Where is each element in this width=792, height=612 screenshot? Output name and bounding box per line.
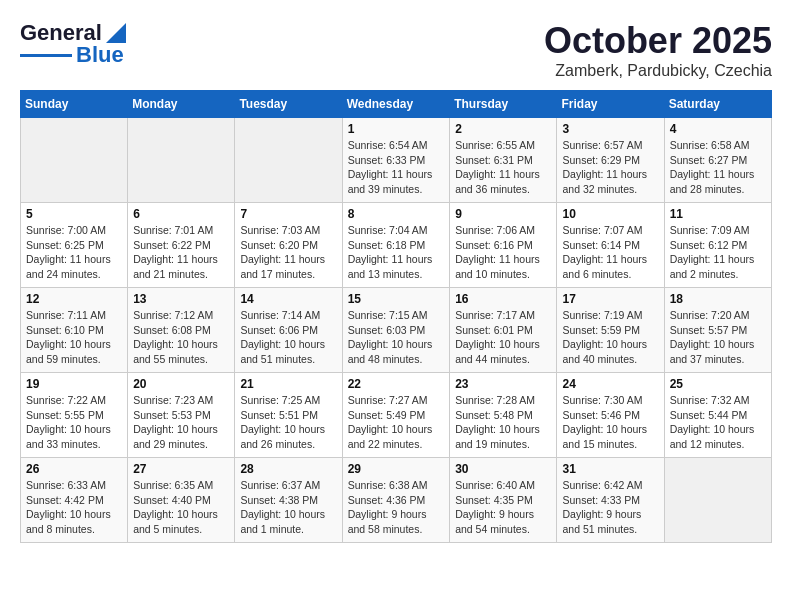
day-number: 13 — [133, 292, 229, 306]
day-info: Sunrise: 7:27 AMSunset: 5:49 PMDaylight:… — [348, 393, 445, 452]
day-info: Sunrise: 6:55 AMSunset: 6:31 PMDaylight:… — [455, 138, 551, 197]
calendar-cell: 23Sunrise: 7:28 AMSunset: 5:48 PMDayligh… — [450, 373, 557, 458]
day-info: Sunrise: 7:11 AMSunset: 6:10 PMDaylight:… — [26, 308, 122, 367]
title-block: October 2025 Zamberk, Pardubicky, Czechi… — [544, 20, 772, 80]
day-info: Sunrise: 6:38 AMSunset: 4:36 PMDaylight:… — [348, 478, 445, 537]
day-info: Sunrise: 7:01 AMSunset: 6:22 PMDaylight:… — [133, 223, 229, 282]
calendar-cell: 2Sunrise: 6:55 AMSunset: 6:31 PMDaylight… — [450, 118, 557, 203]
calendar-cell: 24Sunrise: 7:30 AMSunset: 5:46 PMDayligh… — [557, 373, 664, 458]
day-number: 22 — [348, 377, 445, 391]
day-number: 27 — [133, 462, 229, 476]
calendar-row-week1: 1Sunrise: 6:54 AMSunset: 6:33 PMDaylight… — [21, 118, 772, 203]
calendar-cell: 28Sunrise: 6:37 AMSunset: 4:38 PMDayligh… — [235, 458, 342, 543]
day-info: Sunrise: 7:07 AMSunset: 6:14 PMDaylight:… — [562, 223, 658, 282]
day-number: 29 — [348, 462, 445, 476]
header-saturday: Saturday — [664, 91, 771, 118]
day-info: Sunrise: 6:40 AMSunset: 4:35 PMDaylight:… — [455, 478, 551, 537]
calendar-cell: 21Sunrise: 7:25 AMSunset: 5:51 PMDayligh… — [235, 373, 342, 458]
calendar-cell: 15Sunrise: 7:15 AMSunset: 6:03 PMDayligh… — [342, 288, 450, 373]
calendar-cell: 4Sunrise: 6:58 AMSunset: 6:27 PMDaylight… — [664, 118, 771, 203]
calendar-cell: 9Sunrise: 7:06 AMSunset: 6:16 PMDaylight… — [450, 203, 557, 288]
calendar-table: Sunday Monday Tuesday Wednesday Thursday… — [20, 90, 772, 543]
calendar-cell: 26Sunrise: 6:33 AMSunset: 4:42 PMDayligh… — [21, 458, 128, 543]
header-friday: Friday — [557, 91, 664, 118]
calendar-cell: 8Sunrise: 7:04 AMSunset: 6:18 PMDaylight… — [342, 203, 450, 288]
header-thursday: Thursday — [450, 91, 557, 118]
calendar-cell: 3Sunrise: 6:57 AMSunset: 6:29 PMDaylight… — [557, 118, 664, 203]
day-number: 19 — [26, 377, 122, 391]
calendar-cell: 12Sunrise: 7:11 AMSunset: 6:10 PMDayligh… — [21, 288, 128, 373]
day-info: Sunrise: 7:22 AMSunset: 5:55 PMDaylight:… — [26, 393, 122, 452]
header-wednesday: Wednesday — [342, 91, 450, 118]
day-info: Sunrise: 7:06 AMSunset: 6:16 PMDaylight:… — [455, 223, 551, 282]
day-number: 24 — [562, 377, 658, 391]
day-number: 12 — [26, 292, 122, 306]
day-number: 23 — [455, 377, 551, 391]
calendar-row-week4: 19Sunrise: 7:22 AMSunset: 5:55 PMDayligh… — [21, 373, 772, 458]
day-number: 4 — [670, 122, 766, 136]
calendar-cell: 7Sunrise: 7:03 AMSunset: 6:20 PMDaylight… — [235, 203, 342, 288]
day-info: Sunrise: 7:09 AMSunset: 6:12 PMDaylight:… — [670, 223, 766, 282]
day-info: Sunrise: 7:30 AMSunset: 5:46 PMDaylight:… — [562, 393, 658, 452]
day-number: 21 — [240, 377, 336, 391]
page-title: October 2025 — [544, 20, 772, 62]
day-number: 30 — [455, 462, 551, 476]
logo-arrow-icon — [106, 23, 126, 43]
day-number: 8 — [348, 207, 445, 221]
calendar-cell: 20Sunrise: 7:23 AMSunset: 5:53 PMDayligh… — [128, 373, 235, 458]
calendar-cell: 31Sunrise: 6:42 AMSunset: 4:33 PMDayligh… — [557, 458, 664, 543]
logo-blue-text: Blue — [76, 42, 124, 68]
calendar-cell: 16Sunrise: 7:17 AMSunset: 6:01 PMDayligh… — [450, 288, 557, 373]
day-info: Sunrise: 7:17 AMSunset: 6:01 PMDaylight:… — [455, 308, 551, 367]
calendar-row-week2: 5Sunrise: 7:00 AMSunset: 6:25 PMDaylight… — [21, 203, 772, 288]
calendar-cell: 6Sunrise: 7:01 AMSunset: 6:22 PMDaylight… — [128, 203, 235, 288]
svg-marker-0 — [106, 23, 126, 43]
page-header: General Blue October 2025 Zamberk, Pardu… — [20, 20, 772, 80]
day-number: 2 — [455, 122, 551, 136]
day-number: 18 — [670, 292, 766, 306]
day-number: 6 — [133, 207, 229, 221]
calendar-cell: 1Sunrise: 6:54 AMSunset: 6:33 PMDaylight… — [342, 118, 450, 203]
day-info: Sunrise: 6:58 AMSunset: 6:27 PMDaylight:… — [670, 138, 766, 197]
calendar-cell — [664, 458, 771, 543]
calendar-cell: 5Sunrise: 7:00 AMSunset: 6:25 PMDaylight… — [21, 203, 128, 288]
calendar-cell: 29Sunrise: 6:38 AMSunset: 4:36 PMDayligh… — [342, 458, 450, 543]
day-number: 26 — [26, 462, 122, 476]
calendar-cell: 19Sunrise: 7:22 AMSunset: 5:55 PMDayligh… — [21, 373, 128, 458]
calendar-cell: 25Sunrise: 7:32 AMSunset: 5:44 PMDayligh… — [664, 373, 771, 458]
weekday-header-row: Sunday Monday Tuesday Wednesday Thursday… — [21, 91, 772, 118]
calendar-cell: 30Sunrise: 6:40 AMSunset: 4:35 PMDayligh… — [450, 458, 557, 543]
day-info: Sunrise: 6:37 AMSunset: 4:38 PMDaylight:… — [240, 478, 336, 537]
calendar-cell: 10Sunrise: 7:07 AMSunset: 6:14 PMDayligh… — [557, 203, 664, 288]
day-info: Sunrise: 7:03 AMSunset: 6:20 PMDaylight:… — [240, 223, 336, 282]
calendar-cell — [128, 118, 235, 203]
header-monday: Monday — [128, 91, 235, 118]
calendar-cell: 14Sunrise: 7:14 AMSunset: 6:06 PMDayligh… — [235, 288, 342, 373]
calendar-cell: 11Sunrise: 7:09 AMSunset: 6:12 PMDayligh… — [664, 203, 771, 288]
day-number: 7 — [240, 207, 336, 221]
day-info: Sunrise: 7:19 AMSunset: 5:59 PMDaylight:… — [562, 308, 658, 367]
day-number: 17 — [562, 292, 658, 306]
day-number: 16 — [455, 292, 551, 306]
day-number: 28 — [240, 462, 336, 476]
calendar-cell: 22Sunrise: 7:27 AMSunset: 5:49 PMDayligh… — [342, 373, 450, 458]
day-info: Sunrise: 7:12 AMSunset: 6:08 PMDaylight:… — [133, 308, 229, 367]
day-number: 11 — [670, 207, 766, 221]
header-sunday: Sunday — [21, 91, 128, 118]
day-number: 3 — [562, 122, 658, 136]
day-info: Sunrise: 6:57 AMSunset: 6:29 PMDaylight:… — [562, 138, 658, 197]
calendar-cell: 27Sunrise: 6:35 AMSunset: 4:40 PMDayligh… — [128, 458, 235, 543]
day-info: Sunrise: 7:04 AMSunset: 6:18 PMDaylight:… — [348, 223, 445, 282]
calendar-cell — [21, 118, 128, 203]
day-info: Sunrise: 7:25 AMSunset: 5:51 PMDaylight:… — [240, 393, 336, 452]
day-number: 31 — [562, 462, 658, 476]
day-number: 25 — [670, 377, 766, 391]
day-number: 15 — [348, 292, 445, 306]
day-info: Sunrise: 7:20 AMSunset: 5:57 PMDaylight:… — [670, 308, 766, 367]
calendar-row-week3: 12Sunrise: 7:11 AMSunset: 6:10 PMDayligh… — [21, 288, 772, 373]
day-info: Sunrise: 7:23 AMSunset: 5:53 PMDaylight:… — [133, 393, 229, 452]
day-number: 9 — [455, 207, 551, 221]
day-info: Sunrise: 7:00 AMSunset: 6:25 PMDaylight:… — [26, 223, 122, 282]
day-info: Sunrise: 6:42 AMSunset: 4:33 PMDaylight:… — [562, 478, 658, 537]
day-number: 14 — [240, 292, 336, 306]
